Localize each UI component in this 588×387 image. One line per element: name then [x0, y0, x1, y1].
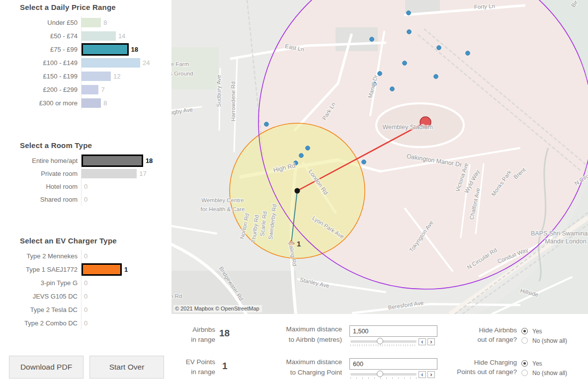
- charging-slider-increment-button[interactable]: ›: [427, 371, 435, 378]
- filter-bar[interactable]: [82, 98, 101, 108]
- filter-row-label: £75 - £99: [0, 46, 81, 53]
- slider-thumb[interactable]: [377, 371, 383, 377]
- map-canvas: 1Forty LnEast Lne Farms GroundRugby AveS…: [171, 0, 588, 314]
- filter-bar-area: 0: [81, 249, 167, 263]
- airbnbs-in-range-label: Airbnbs in range: [171, 325, 215, 345]
- radio-button-icon[interactable]: [521, 337, 528, 344]
- filter-bar-area: 0: [81, 316, 167, 330]
- filter-bar-area: 14: [81, 29, 167, 43]
- map[interactable]: 1Forty LnEast Lne Farms GroundRugby AveS…: [171, 0, 588, 314]
- radio-option[interactable]: No (show all): [521, 368, 567, 378]
- filter-row-label: Type 1 SAEJ1772: [0, 266, 81, 273]
- radio-option[interactable]: Yes: [521, 359, 567, 368]
- max-distance-charging-input[interactable]: [349, 358, 437, 370]
- filter-bar[interactable]: [82, 43, 129, 56]
- airbnb-dot[interactable]: [264, 122, 269, 127]
- filter-bar[interactable]: [82, 18, 101, 27]
- filter-bar-value: 24: [143, 59, 150, 67]
- airbnb-dot[interactable]: [466, 51, 470, 56]
- airbnb-slider-increment-button[interactable]: ›: [427, 338, 435, 345]
- airbnb-dot[interactable]: [403, 61, 407, 66]
- airbnb-dot[interactable]: [437, 46, 441, 50]
- filter-row-label: Entire home/apt: [0, 157, 81, 164]
- radio-button-icon[interactable]: [521, 360, 528, 367]
- airbnb-dot[interactable]: [306, 146, 310, 151]
- filter-bar-value: 1: [124, 266, 128, 273]
- filter-row-label: Shared room: [0, 196, 81, 203]
- hide-charging-radio-group: YesNo (show all): [521, 359, 567, 378]
- filter-row: Type 1 SAEJ17721: [0, 263, 167, 276]
- airbnb-slider-decrement-button[interactable]: ‹: [419, 338, 426, 345]
- filter-row-label: Hotel room: [0, 183, 81, 190]
- map-road-label: Sudbury Ave: [216, 75, 222, 107]
- filter-bar-area: 0: [81, 193, 167, 206]
- filter-bar-value: 0: [84, 279, 87, 287]
- filter-row-label: £100 - £149: [0, 59, 81, 67]
- filter-bar-value: 17: [139, 170, 146, 177]
- radio-option[interactable]: Yes: [521, 326, 567, 336]
- radio-option-label: No (show all): [532, 370, 567, 377]
- slider-thumb[interactable]: [377, 338, 383, 344]
- hide-airbnbs-radio-group: YesNo (show all): [521, 326, 567, 345]
- filter-bar-value: 18: [146, 157, 153, 164]
- download-pdf-button[interactable]: Download PDF: [9, 356, 84, 379]
- filter-bar[interactable]: [82, 58, 140, 68]
- airbnb-dot[interactable]: [362, 160, 366, 164]
- filter-row-label: £300 or more: [0, 99, 81, 107]
- filter-bar-area: 18: [81, 43, 167, 56]
- radio-button-icon[interactable]: [521, 328, 528, 334]
- filter-row: £200 - £2997: [0, 83, 167, 96]
- max-distance-airbnb-slider[interactable]: [350, 339, 417, 348]
- filter-bar[interactable]: [82, 263, 122, 276]
- filter-bar[interactable]: [82, 72, 111, 81]
- map-road-label: Wembley Stadium: [382, 124, 432, 131]
- slider-ticks: [350, 377, 417, 379]
- max-distance-airbnb-label: Maximum distance to Airbnb (metres): [268, 324, 342, 345]
- filter-row-label: £50 - £74: [0, 32, 81, 40]
- filter-bar-value: 0: [84, 319, 87, 327]
- airbnb-dot[interactable]: [434, 75, 438, 79]
- slider-track[interactable]: [350, 373, 417, 376]
- room-filter-rows: Entire home/apt18Private room17Hotel roo…: [0, 154, 167, 206]
- max-distance-charging-label: Maximum distance to Charging Point: [268, 357, 342, 378]
- airbnb-dot[interactable]: [407, 30, 412, 34]
- filter-bar[interactable]: [82, 169, 137, 178]
- filter-bar-area: 8: [81, 96, 167, 110]
- radio-button-icon[interactable]: [521, 370, 528, 376]
- map-attribution[interactable]: © 2021 Mapbox © OpenStreetMap: [173, 305, 262, 312]
- filter-bar-value: 8: [103, 99, 107, 107]
- price-range-filter: Select a Daily Price Range Under £508£50…: [0, 3, 167, 110]
- filter-row: Type 2 Combo DC0: [0, 316, 167, 330]
- price-filter-title: Select a Daily Price Range: [20, 3, 167, 11]
- filter-bar-value: 14: [118, 32, 125, 40]
- filter-row: 3-pin Type G0: [0, 276, 167, 290]
- filter-bar[interactable]: [82, 31, 116, 41]
- radio-option-label: Yes: [532, 360, 542, 367]
- max-distance-airbnb-input[interactable]: [349, 325, 437, 337]
- radio-option[interactable]: No (show all): [521, 336, 567, 345]
- airbnbs-in-range-value: 18: [219, 328, 230, 339]
- airbnb-dot[interactable]: [370, 37, 374, 42]
- slider-track[interactable]: [350, 340, 417, 343]
- airbnb-dot[interactable]: [299, 154, 304, 158]
- airbnb-dot[interactable]: [378, 72, 382, 76]
- radio-option-label: No (show all): [532, 337, 567, 344]
- selected-point-marker[interactable]: [295, 188, 300, 194]
- airbnb-dot[interactable]: [407, 11, 411, 15]
- filter-bar-area: 17: [81, 167, 167, 180]
- filter-bar[interactable]: [82, 85, 98, 94]
- price-filter-rows: Under £508£50 - £7414£75 - £9918£100 - £…: [0, 16, 167, 110]
- filter-row: £50 - £7414: [0, 29, 167, 43]
- map-road-label: e Farm: [171, 61, 189, 67]
- filter-row: JEVS G105 DC0: [0, 290, 167, 303]
- charging-slider-decrement-button[interactable]: ‹: [419, 371, 426, 378]
- airbnb-dot[interactable]: [390, 87, 395, 91]
- max-distance-charging-slider[interactable]: [350, 372, 417, 381]
- filter-row: £75 - £9918: [0, 43, 167, 56]
- map-road-label: Wembley Centre: [201, 197, 244, 203]
- start-over-button[interactable]: Start Over: [89, 356, 164, 379]
- room-filter-title: Select a Room Type: [20, 141, 167, 150]
- filter-bar-area: 18: [81, 154, 167, 167]
- filter-bar-area: 7: [81, 83, 167, 96]
- filter-bar[interactable]: [82, 155, 143, 167]
